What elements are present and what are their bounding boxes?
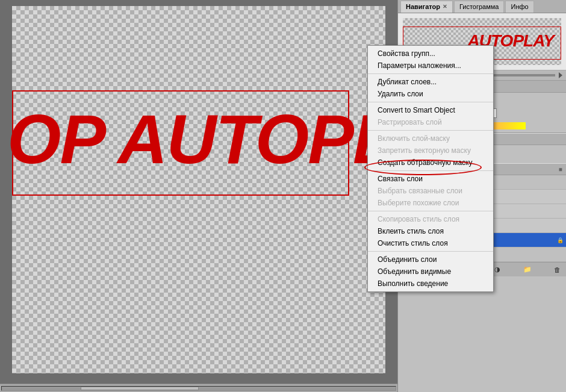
menu-sep-1 — [368, 73, 493, 74]
menu-sep-6 — [368, 251, 493, 252]
tab-info[interactable]: Инфо — [505, 1, 533, 13]
delete-layer-icon[interactable]: 🗑 — [553, 265, 562, 275]
canvas-scrollbar[interactable] — [0, 384, 397, 392]
tab-navigator[interactable]: Навигатор ✕ — [400, 1, 453, 13]
layers-options-icon[interactable]: ≡ — [559, 166, 562, 173]
canvas-inner: OP AUTOPLAY — [12, 6, 385, 373]
menu-enable-mask: Включить слой-маску — [368, 132, 493, 145]
menu-blend-options[interactable]: Параметры наложения... — [368, 60, 493, 72]
menu-rasterize[interactable]: Растрировать слой — [368, 116, 493, 128]
menu-clear-style[interactable]: Очистить стиль слоя — [368, 237, 493, 249]
folder-icon[interactable]: 📁 — [523, 265, 532, 275]
scroll-track[interactable] — [1, 386, 396, 391]
menu-duplicate[interactable]: Дубликат слоев... — [368, 76, 493, 88]
menu-paste-style[interactable]: Вклеить стиль слоя — [368, 225, 493, 237]
menu-sep-5 — [368, 211, 493, 211]
menu-select-similar: Выберите похожие слои — [368, 197, 493, 209]
menu-sep-3 — [368, 130, 493, 131]
tab-histogram[interactable]: Гистограмма — [454, 1, 505, 13]
layer-lock-icon: 🔒 — [557, 237, 564, 243]
scroll-thumb[interactable] — [81, 387, 199, 390]
menu-merge-visible[interactable]: Объединить видимые — [368, 266, 493, 278]
menu-sep-4 — [368, 170, 493, 171]
menu-merge[interactable]: Объединить слои — [368, 254, 493, 266]
menu-select-linked: Выбрать связанные слои — [368, 185, 493, 197]
menu-disable-vector: Запретить векторную маску — [368, 145, 493, 157]
menu-delete[interactable]: Удалить слои — [368, 88, 493, 100]
menu-flatten[interactable]: Выполнить сведение — [368, 278, 493, 290]
menu-sep-2 — [368, 102, 493, 102]
menu-clipping-mask[interactable]: Создать обтравочную маску — [368, 157, 493, 169]
menu-group-props[interactable]: Свойства групп... — [368, 48, 493, 60]
canvas-text: OP AUTOPLAY — [7, 99, 397, 179]
zoom-in-button[interactable] — [559, 72, 562, 78]
menu-convert-smart[interactable]: Convert to Smart Object — [368, 104, 493, 116]
canvas-area: OP AUTOPLAY — [0, 0, 397, 392]
menu-link-layers[interactable]: Связать слои — [368, 173, 493, 185]
context-menu: Свойства групп... Параметры наложения...… — [367, 45, 494, 292]
tab-navigator-close[interactable]: ✕ — [443, 4, 447, 10]
panel-tabs: Навигатор ✕ Гистограмма Инфо — [398, 0, 566, 13]
menu-copy-style: Скопировать стиль слоя — [368, 213, 493, 225]
